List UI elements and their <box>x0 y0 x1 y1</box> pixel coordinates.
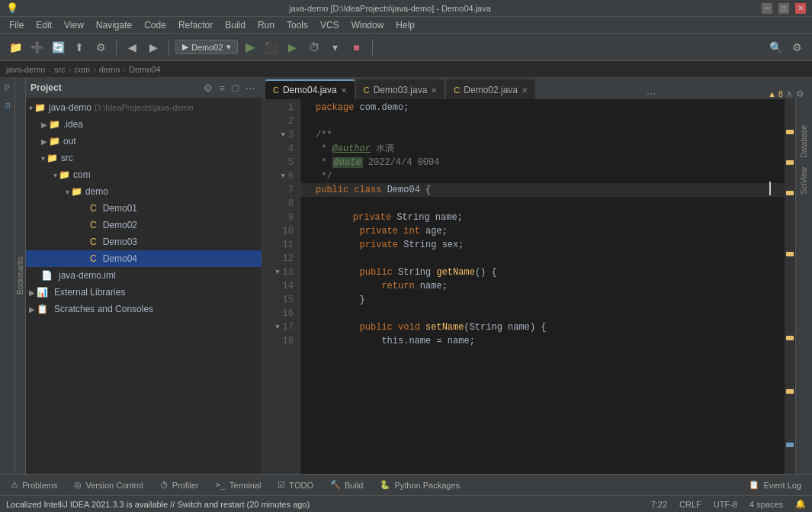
menu-item-build[interactable]: Build <box>219 18 252 32</box>
tab-demo02[interactable]: C Demo02.java ✕ <box>446 79 535 99</box>
menu-item-navigate[interactable]: Navigate <box>90 18 138 32</box>
breadcrumb-part-4[interactable]: demo <box>99 65 120 74</box>
warning-marker-4 <box>786 252 794 256</box>
tree-demo03[interactable]: C Demo03 <box>26 233 262 250</box>
sync-button[interactable]: 🔄 <box>49 38 67 56</box>
left-tool-strip: P St <box>0 78 15 474</box>
more-run-options-button[interactable]: ▾ <box>326 38 345 56</box>
run-config-selector[interactable]: ▶ Demo02 ▾ <box>175 40 238 54</box>
tabs-overflow-button[interactable]: ⋯ <box>644 89 659 99</box>
menu-item-code[interactable]: Code <box>138 18 172 32</box>
version-control-tab[interactable]: ◎ Version Control <box>66 476 150 494</box>
search-everywhere-button[interactable]: 🔍 <box>766 38 785 56</box>
tree-src[interactable]: ▾ 📁 src <box>26 150 262 166</box>
fold-icon-13[interactable]: ▼ <box>275 266 279 279</box>
tab-demo04[interactable]: C Demo04.java ✕ <box>265 79 355 99</box>
tree-demo04[interactable]: C Demo04 <box>26 250 262 267</box>
tree-demo02[interactable]: C Demo02 <box>26 217 262 233</box>
settings-gear-button[interactable]: ⚙ <box>788 38 806 56</box>
fold-icon-6[interactable]: ▼ <box>281 169 284 183</box>
vc-icon: ◎ <box>74 480 82 490</box>
demo02-name: Demo02 <box>103 220 137 230</box>
structure-icon[interactable]: St <box>1 99 14 113</box>
settings-button[interactable]: ⚙ <box>91 38 110 56</box>
tree-idea[interactable]: ▶ 📁 .idea <box>26 116 262 133</box>
warning-expand-icon[interactable]: ∧ <box>786 89 793 99</box>
breadcrumb-part-2[interactable]: src <box>54 65 66 74</box>
todo-tab[interactable]: ☑ TODO <box>270 476 321 494</box>
fold-icon-17[interactable]: ▼ <box>275 320 279 334</box>
code-line-17: public void setName(String name) { <box>300 320 785 334</box>
warning-count[interactable]: ▲ 8 <box>768 89 783 98</box>
indent-info[interactable]: 4 spaces <box>749 500 783 509</box>
tree-demo01[interactable]: C Demo01 <box>26 200 262 217</box>
run-button[interactable]: ▶ <box>241 38 259 56</box>
iml-name: java-demo.iml <box>59 270 116 281</box>
tree-arrow-out: ▶ <box>41 137 47 146</box>
tab-demo03[interactable]: C Demo03.java ✕ <box>356 79 445 99</box>
debug-button[interactable]: ⬛ <box>262 38 281 56</box>
notification-icon[interactable]: 🔔 <box>795 499 806 509</box>
tree-scratches[interactable]: ▶ 📋 Scratches and Consoles <box>26 301 262 317</box>
menu-item-vcs[interactable]: VCS <box>314 18 345 32</box>
menu-item-file[interactable]: File <box>3 18 30 32</box>
menu-item-edit[interactable]: Edit <box>30 18 58 32</box>
tree-arrow-extlibs: ▶ <box>29 288 35 297</box>
editor-content[interactable]: 1 2 ▼ 3 4 5 ▼ 6 7 8 9 10 11 12 ▼ <box>262 99 812 474</box>
tab-demo02-close[interactable]: ✕ <box>522 86 528 95</box>
menu-item-refactor[interactable]: Refactor <box>172 18 219 32</box>
profiler-tab[interactable]: ⏱ Profiler <box>152 476 207 494</box>
fold-icon-3[interactable]: ▼ <box>281 128 284 142</box>
maximize-button[interactable]: □ <box>778 3 789 14</box>
project-icon[interactable]: P <box>1 81 14 95</box>
root-name: java-demo <box>49 102 91 113</box>
menu-item-help[interactable]: Help <box>390 18 421 32</box>
menu-item-tools[interactable]: Tools <box>281 18 314 32</box>
encoding[interactable]: UTF-8 <box>714 500 737 509</box>
menu-item-view[interactable]: View <box>58 18 90 32</box>
project-more-button[interactable]: ⋯ <box>244 81 257 95</box>
close-button[interactable]: ✕ <box>795 3 806 14</box>
settings-icon[interactable]: ⚙ <box>796 89 804 99</box>
bookmarks-label[interactable]: Bookmarks <box>16 256 24 295</box>
tree-out[interactable]: ▶ 📁 out <box>26 133 262 150</box>
error-stripe <box>785 99 795 474</box>
project-collapse-button[interactable]: ⬡ <box>229 81 241 95</box>
python-packages-tab[interactable]: 🐍 Python Packages <box>372 476 467 494</box>
tree-com[interactable]: ▾ 📁 com <box>26 166 262 183</box>
event-log-tab[interactable]: 📋 Event Log <box>741 476 809 494</box>
tree-root[interactable]: ▾ 📁 java-demo D:\IdeaProjects\java-demo <box>26 99 262 116</box>
sidebar-database-label[interactable]: Database <box>800 122 808 161</box>
tree-iml[interactable]: 📄 java-demo.iml <box>26 267 262 284</box>
tree-demo[interactable]: ▾ 📁 demo <box>26 183 262 200</box>
terminal-tab[interactable]: >_ Terminal <box>208 476 269 494</box>
demo-name: demo <box>85 186 108 197</box>
cursor-position[interactable]: 7:22 <box>651 500 667 509</box>
back-nav-button[interactable]: ◀ <box>123 38 141 56</box>
forward-nav-button[interactable]: ▶ <box>144 38 162 56</box>
stop-button[interactable]: ■ <box>348 38 366 56</box>
breadcrumb-part-3[interactable]: com <box>74 65 90 74</box>
tree-external-libs[interactable]: ▶ 📊 External Libraries <box>26 284 262 301</box>
project-expand-button[interactable]: ≡ <box>217 81 226 95</box>
demo04-java-icon: C <box>90 253 97 264</box>
run-with-coverage-button[interactable]: ▶ <box>284 38 302 56</box>
add-button[interactable]: ➕ <box>27 38 46 56</box>
project-settings-button[interactable]: ⚙ <box>202 81 214 95</box>
collapse-button[interactable]: ⬆ <box>70 38 88 56</box>
problems-tab[interactable]: ⚠ Problems <box>3 476 65 494</box>
code-editor[interactable]: package com.demo; /** * @author 水滴 * @da… <box>300 99 785 474</box>
profile-button[interactable]: ⏱ <box>305 38 323 56</box>
breadcrumb-part-5[interactable]: Demo04 <box>129 65 161 74</box>
line-ending[interactable]: CRLF <box>679 500 701 509</box>
breadcrumb-part-1[interactable]: java-demo <box>6 65 45 74</box>
menu-item-run[interactable]: Run <box>252 18 281 32</box>
menu-item-window[interactable]: Window <box>345 18 390 32</box>
tab-demo04-label: Demo04.java <box>283 85 337 95</box>
minimize-button[interactable]: ─ <box>762 3 772 14</box>
tab-demo04-close[interactable]: ✕ <box>341 86 347 95</box>
sidebar-sciview-label[interactable]: SciView <box>800 164 808 197</box>
project-view-button[interactable]: 📁 <box>6 38 24 56</box>
tab-demo03-close[interactable]: ✕ <box>431 86 437 95</box>
build-tab[interactable]: 🔨 Build <box>323 476 371 494</box>
